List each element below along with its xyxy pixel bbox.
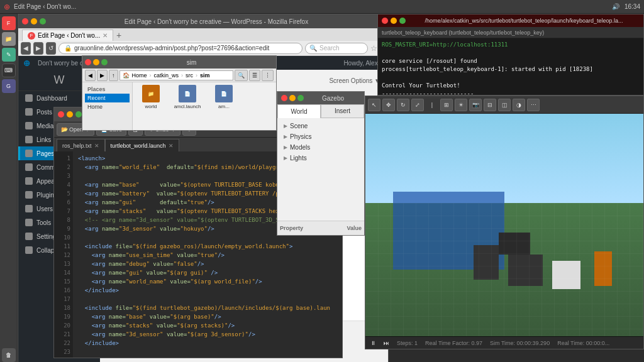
pause-btn[interactable]: ⏸ [370,340,376,346]
url-bar[interactable]: 🔒 grauonline.de/wordpress/wp-admin/post.… [58,43,303,54]
fm-file-area: 📁 world 📄 amcl.launch 📄 am... [133,82,276,130]
gazebo-menu-models[interactable]: ▶ Models [280,142,362,153]
term-maximize-btn[interactable] [399,18,406,24]
gazebo-menu-scene[interactable]: ▶ Scene [280,121,362,131]
file-world[interactable]: 📁 world [135,85,167,109]
sidebar-home[interactable]: Home [85,102,130,111]
g3d-extra-btn[interactable]: ⋯ [527,99,540,111]
g3d-cursor-btn[interactable]: ↖ [368,99,380,111]
gazebo-menu-physics[interactable]: ▶ Physics [280,131,362,142]
tab-launch-close-icon[interactable]: ✕ [169,143,174,149]
screen-options-btn[interactable]: Screen Options ▼ [329,77,380,84]
fm-back-btn[interactable]: ◀ [85,70,96,81]
maximize-btn[interactable] [40,18,46,25]
code-line-23 [78,348,337,356]
volume-icon[interactable]: 🔊 [612,3,619,10]
g3d-light-btn[interactable]: ☀ [455,99,467,111]
fm-maximize-btn[interactable] [101,59,108,65]
gedit-tab-ros-help[interactable]: ros_help.txt ✕ [57,139,105,151]
minimize-btn[interactable] [31,18,37,25]
nav-refresh-btn[interactable]: ↺ [46,42,56,55]
line-num-6: 6 [57,198,70,207]
file-am[interactable]: 📄 am... [208,85,240,109]
lights-arrow-icon: ▶ [284,155,287,161]
gazebo-minimize-btn[interactable] [289,95,296,101]
bookmark-star[interactable]: ☆ [370,44,377,53]
browser-titlebar: Edit Page ‹ Don't worry be creative — Wo… [18,14,388,28]
gazebo3d-toolbar: ↖ ✥ ↻ ⤢ | ⊞ ☀ 📷 ⊟ ◫ ◑ ⋯ [365,96,643,114]
file-amcl[interactable]: 📄 amcl.launch [172,85,203,109]
term-close-btn[interactable] [382,18,388,24]
term-title: /home/alex/catkin_ws/src/turtlebot/turtl… [408,18,640,24]
fm-up-btn[interactable]: ↑ [109,70,118,81]
gedit-maximize-btn[interactable] [75,111,82,118]
code-line-12: <arg name="use_sim_time" value="true"/> [78,251,337,260]
g3d-shadow-btn[interactable]: ◑ [513,99,525,111]
path-sep2: › [181,72,183,79]
tab-ros-close-icon[interactable]: ✕ [94,143,99,149]
gedit-close-btn[interactable] [58,111,64,118]
gedit-tab-launch[interactable]: turtlebot_world.launch ✕ [105,139,179,151]
search-bar[interactable]: 🔍 Search [305,43,368,54]
launcher-gedit[interactable]: ✎ [2,48,16,62]
gazebo3d-window: ↖ ✥ ↻ ⤢ | ⊞ ☀ 📷 ⊟ ◫ ◑ ⋯ ⏸ ⏭ Steps: 1 R [365,96,644,349]
term-minimize-btn[interactable] [391,18,397,24]
launcher-firefox[interactable]: F [2,16,16,30]
line-num-22: 22 [57,339,70,348]
gazebo-menu-lights[interactable]: ▶ Lights [280,153,362,163]
launcher-files[interactable]: 📁 [2,32,16,46]
launcher-trash[interactable]: 🗑 [2,348,16,362]
terminal-content[interactable]: ROS_MASTER_URI=http://localhost:11311 co… [378,38,643,95]
gazebo-close-btn[interactable] [281,95,287,101]
posts-icon [25,108,33,116]
code-line-11: <include file="$(find gazebo_ros)/launch… [78,242,337,251]
close-btn[interactable] [22,18,28,25]
new-tab-button[interactable]: + [113,30,125,41]
file-world-label: world [145,104,157,109]
code-line-13: <arg name="debug" value="false"/> [78,260,337,268]
gazebo-maximize-btn[interactable] [297,95,304,101]
line-num-5: 5 [57,189,70,198]
gazebo-tab-insert[interactable]: Insert [321,104,364,118]
fm-path-bar[interactable]: 🏠 Home › catkin_ws › src › sim [119,70,234,80]
g3d-cam-btn[interactable]: 📷 [469,99,482,111]
line-num-15: 15 [57,277,70,286]
tab-title: Edit Page ‹ Don't wo... [38,32,100,39]
term-line-3: core service [/rosout] found [382,57,640,65]
g3d-snap-btn[interactable]: ⊞ [440,99,453,111]
fm-search-btn[interactable]: 🔍 [235,70,248,81]
g3d-sep1: | [426,99,438,111]
taskbar-right: 🔊 16:34 [612,3,640,10]
g3d-wire-btn[interactable]: ◫ [498,99,511,111]
line-num-16: 16 [57,286,70,295]
file-amcl-icon: 📄 [179,85,196,102]
gazebo3d-scene[interactable] [365,114,643,336]
g3d-rotate-btn[interactable]: ↻ [397,99,409,111]
g3d-scale-btn[interactable]: ⤢ [411,99,424,111]
tab-close-icon[interactable]: ✕ [103,32,108,39]
term-line-7: --------------------------- [382,90,640,95]
nav-back-btn[interactable]: ◀ [21,42,31,55]
line-num-12: 12 [57,251,70,260]
sidebar-recent[interactable]: Recent [85,94,130,102]
g3d-grid-btn[interactable]: ⊟ [484,99,496,111]
fm-view-btn[interactable]: ☰ [249,70,260,81]
step-btn[interactable]: ⏭ [384,340,389,346]
launcher-terminal[interactable]: ⌨ [2,63,16,77]
code-line-14: <arg name="gui" value="$(arg gui)" /> [78,268,337,277]
gedit-minimize-btn[interactable] [67,111,73,118]
launcher-gazebo[interactable]: G [2,79,16,93]
code-line-15: <arg name="world_name" value="$(arg worl… [78,277,337,286]
gazebo-tab-world[interactable]: World [277,104,321,118]
users-icon [25,205,33,212]
gazebo-models-label: Models [290,144,310,151]
fm-minimize-btn[interactable] [93,59,99,65]
fm-forward-btn[interactable]: ▶ [97,70,108,81]
nav-forward-btn[interactable]: ▶ [33,42,43,55]
fm-close-btn[interactable] [85,59,91,65]
fm-menu-btn[interactable]: ⋮ [262,70,274,81]
term-separator: --------------------------- [382,90,474,95]
browser-tab-active[interactable]: F Edit Page ‹ Don't wo... ✕ [22,30,113,41]
g3d-move-btn[interactable]: ✥ [382,99,395,111]
svg-rect-0 [365,203,643,336]
